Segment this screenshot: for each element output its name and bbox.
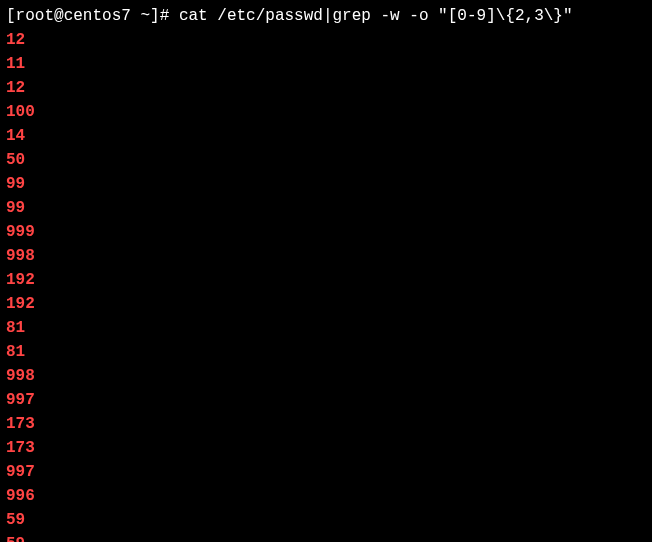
prompt-symbol: #	[160, 7, 179, 25]
output-line: 12	[6, 76, 646, 100]
prompt-path: ~	[140, 7, 150, 25]
output-line: 81	[6, 316, 646, 340]
command-text[interactable]: cat /etc/passwd|grep -w -o "[0-9]\{2,3\}…	[179, 7, 573, 25]
output-line: 14	[6, 124, 646, 148]
prompt-space	[131, 7, 141, 25]
command-prompt-line: [root@centos7 ~]# cat /etc/passwd|grep -…	[6, 4, 646, 28]
output-line: 997	[6, 460, 646, 484]
prompt-user: root	[16, 7, 54, 25]
output-line: 59	[6, 508, 646, 532]
output-line: 999	[6, 220, 646, 244]
output-line: 81	[6, 340, 646, 364]
output-line: 998	[6, 244, 646, 268]
output-line: 100	[6, 100, 646, 124]
output-line: 12	[6, 28, 646, 52]
output-line: 173	[6, 412, 646, 436]
output-line: 11	[6, 52, 646, 76]
output-line: 192	[6, 268, 646, 292]
prompt-host: centos7	[64, 7, 131, 25]
output-line: 996	[6, 484, 646, 508]
output-line: 173	[6, 436, 646, 460]
output-line: 50	[6, 148, 646, 172]
output-line: 192	[6, 292, 646, 316]
output-line: 997	[6, 388, 646, 412]
output-line: 99	[6, 196, 646, 220]
prompt-open-bracket: [	[6, 7, 16, 25]
output-line: 998	[6, 364, 646, 388]
output-line: 59	[6, 532, 646, 542]
prompt-close-bracket: ]	[150, 7, 160, 25]
output-line: 99	[6, 172, 646, 196]
prompt-at: @	[54, 7, 64, 25]
